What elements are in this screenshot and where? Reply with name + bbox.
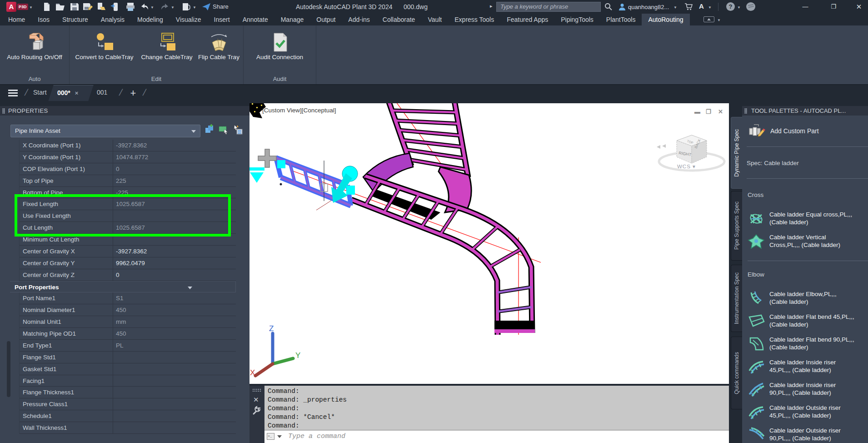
ribbon-tab[interactable]: PlantTools <box>600 14 642 25</box>
command-input[interactable]: Type a command <box>288 433 345 440</box>
command-prompt-icon[interactable] <box>267 433 274 440</box>
feedback-icon[interactable] <box>746 2 755 11</box>
quick-select-icon[interactable] <box>231 124 243 136</box>
ribbon-tab[interactable]: Visualize <box>170 14 208 25</box>
palette-tab[interactable]: Instrumentation Spec <box>731 265 742 332</box>
palette-tab[interactable]: Pipe Supports Spec <box>731 191 742 261</box>
window-restore-button[interactable]: ❐ <box>823 0 843 14</box>
property-row[interactable]: Top of Pipe 225 <box>10 175 236 187</box>
property-value[interactable]: 450 <box>113 304 236 316</box>
ribbon-tab[interactable]: Insert <box>208 14 236 25</box>
property-value[interactable] <box>113 210 236 222</box>
property-row[interactable]: Gasket Std1 <box>10 363 236 375</box>
properties-panel-title[interactable]: PROPERTIES <box>0 106 249 116</box>
palette-entry[interactable]: Cable ladder Flat bend 45,PL,,,(Cable la… <box>748 313 868 333</box>
property-value[interactable] <box>113 410 236 422</box>
ribbon-tab[interactable]: Modeling <box>131 14 170 25</box>
palette-entry[interactable]: Cable ladder Outside riser45,PL,,, (Cabl… <box>748 404 868 424</box>
ribbon-tab[interactable]: Annotate <box>236 14 274 25</box>
property-value[interactable]: 450 <box>113 328 236 340</box>
ribbon-tab[interactable]: Isos <box>31 14 56 25</box>
user-caret-icon[interactable]: ▼ <box>673 5 677 10</box>
property-value[interactable] <box>113 352 236 363</box>
drawing-viewport[interactable]: RIGHT BACK TOP Z Y X [Custom View][Conce… <box>249 103 729 384</box>
toggle-pickadd-icon[interactable] <box>204 124 216 136</box>
ribbon-tab[interactable]: Featured Apps <box>500 14 554 25</box>
property-value[interactable] <box>113 398 236 410</box>
palette-entry[interactable]: Cable ladder VerticalCross,PL,,, (Cable … <box>748 234 868 254</box>
property-row[interactable]: Matching Pipe OD1 450 <box>10 328 236 340</box>
property-row[interactable]: COP Elevation (Port 1) 0 <box>10 163 236 175</box>
ribbon-tab[interactable]: Structure <box>56 14 95 25</box>
add-custom-part-button[interactable]: Add Custom Part <box>748 122 868 140</box>
ribbon-tab[interactable]: PipingTools <box>554 14 600 25</box>
property-value[interactable] <box>113 422 236 434</box>
command-history[interactable]: Command:Command: _propertiesCommand:Comm… <box>264 386 729 430</box>
property-row[interactable]: Cut Length 1025.6587 <box>10 222 236 234</box>
property-row[interactable]: Nominal Unit1 mm <box>10 316 236 328</box>
palette-entry[interactable]: Cable ladder Inside riser90,PL,,, (Cable… <box>748 382 868 402</box>
property-row[interactable]: Minimum Cut Length <box>10 234 236 246</box>
palette-entry[interactable]: Cable ladder Outside riser90,PL,,, (Cabl… <box>748 427 868 443</box>
palette-entry[interactable]: Cable ladder Flat bend 90,PL,,,(Cable la… <box>748 336 868 356</box>
export-icon[interactable] <box>110 2 120 11</box>
palette-title[interactable]: TOOL PALETTES - AUTOCAD PL... <box>742 106 868 116</box>
property-value[interactable] <box>113 387 236 398</box>
property-row[interactable]: Bottom of Pipe -225 <box>10 187 236 199</box>
property-value[interactable]: 10474.8772 <box>113 151 236 163</box>
ribbon-tab[interactable]: Analysis <box>95 14 131 25</box>
file-tab-start[interactable]: Start <box>33 85 47 101</box>
property-row[interactable]: Schedule1 <box>10 410 236 422</box>
property-value[interactable]: -3927.8362 <box>113 140 236 151</box>
search-icon[interactable] <box>604 3 613 13</box>
wcs-dropdown[interactable]: WCS ▾ <box>677 163 696 170</box>
new-file-icon[interactable] <box>42 2 52 11</box>
object-type-select[interactable]: Pipe Inline Asset <box>10 125 200 137</box>
viewport-close-icon[interactable]: ✕ <box>718 108 723 115</box>
property-row[interactable]: Port Properties <box>10 281 236 293</box>
open-file-icon[interactable] <box>55 2 65 11</box>
command-caret-icon[interactable] <box>277 435 282 438</box>
command-grip-icon[interactable] <box>252 388 262 392</box>
window-close-button[interactable]: ✕ <box>849 0 868 14</box>
cart-icon[interactable] <box>684 3 693 13</box>
user-avatar-icon[interactable] <box>618 3 626 13</box>
autodesk-caret-icon[interactable]: ▼ <box>708 5 712 10</box>
property-row[interactable]: X Coordinate (Port 1) -3927.8362 <box>10 140 236 151</box>
search-input[interactable]: Type a keyword or phrase <box>496 2 601 12</box>
customize-wrench-icon[interactable] <box>252 406 262 416</box>
share-icon[interactable] <box>201 2 211 11</box>
property-value[interactable]: S1 <box>113 292 236 304</box>
property-row[interactable]: Pressure Class1 <box>10 398 236 410</box>
property-row[interactable]: Facing1 <box>10 375 236 387</box>
property-value[interactable]: mm <box>113 316 236 328</box>
window-minimize-button[interactable]: — <box>795 0 815 14</box>
app-logo-icon[interactable]: A <box>6 2 16 12</box>
command-close-icon[interactable]: ✕ <box>253 396 259 404</box>
ribbon-tab[interactable]: Output <box>310 14 342 25</box>
property-value[interactable] <box>113 234 236 246</box>
file-tab-001[interactable]: 001 <box>97 85 107 101</box>
property-row[interactable]: Wall Thickness1 <box>10 422 236 434</box>
user-account-button[interactable]: quanhoang82... <box>628 4 669 10</box>
property-row[interactable]: End Type1 PL <box>10 340 236 352</box>
sheet-caret-icon[interactable]: ▼ <box>193 5 196 10</box>
property-value[interactable]: -225 <box>113 187 236 199</box>
property-row[interactable]: Flange Thickness1 <box>10 387 236 398</box>
property-row[interactable]: Y Coordinate (Port 1) 10474.8772 <box>10 151 236 163</box>
autodesk-icon[interactable]: A <box>699 2 704 10</box>
properties-grip-icon[interactable] <box>2 108 5 114</box>
property-row[interactable]: Fixed Length 1025.6587 <box>10 198 236 210</box>
property-row[interactable]: Use Fixed Length <box>10 210 236 222</box>
property-value[interactable]: 9962.0479 <box>113 257 236 269</box>
ribbon-tab[interactable]: Vault <box>421 14 448 25</box>
property-value[interactable]: PL <box>113 340 236 352</box>
property-row[interactable]: Port Name1 S1 <box>10 292 236 304</box>
property-row[interactable]: Center of Gravity X -3927.8362 <box>10 246 236 257</box>
palette-entry[interactable]: Cable ladder Equal cross,PL,,,(Cable lad… <box>748 211 868 231</box>
property-value[interactable]: 0 <box>113 163 236 175</box>
palette-tab[interactable]: Dynamic Pipe Spec <box>731 117 742 189</box>
viewport-minimize-icon[interactable]: ▬ <box>694 108 700 115</box>
property-value[interactable] <box>113 375 236 387</box>
property-value[interactable]: 225 <box>113 175 236 187</box>
